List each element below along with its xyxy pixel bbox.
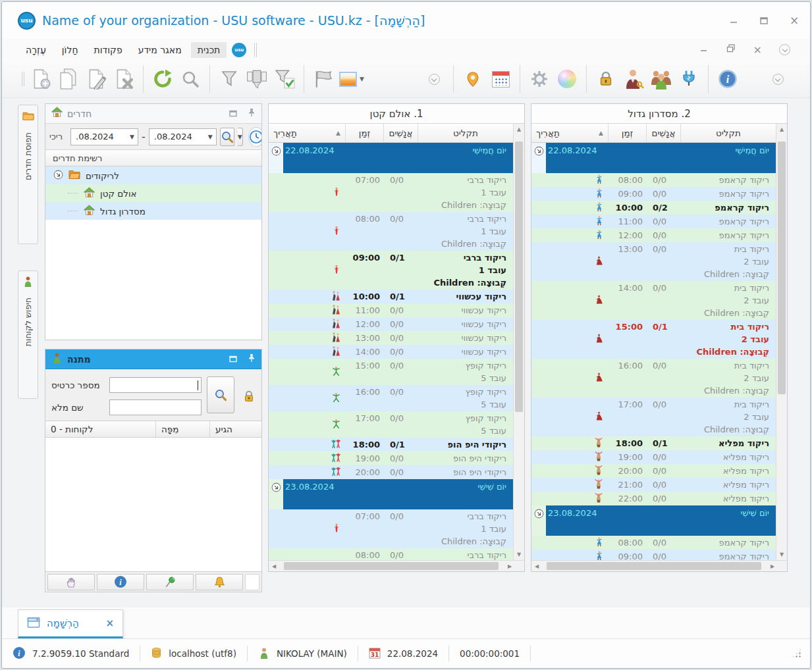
schedule-group-header[interactable]: 22.08.2024יוֹם חֲמִישִׁי: [531, 143, 776, 173]
new-document-icon[interactable]: [27, 64, 55, 94]
tree-item-0[interactable]: לריקודים: [45, 167, 261, 184]
chevron-circle-icon[interactable]: [420, 64, 448, 94]
schedule-row[interactable]: 22:000/0ריקוד מפליא: [531, 492, 776, 505]
column-header-time[interactable]: זְמַן: [609, 124, 647, 142]
schedule-row[interactable]: 07:000/0ריקוד ברביעובד 1קְבוּצָה: Childr…: [269, 173, 513, 212]
scrollbar-thumb[interactable]: [284, 562, 499, 570]
date-to-combo[interactable]: .08.2024▼: [149, 128, 217, 145]
clients-col-header-0[interactable]: לקוחות - 0: [45, 421, 156, 437]
lock-icon[interactable]: [592, 64, 620, 94]
scrollbar-thumb[interactable]: [778, 142, 786, 395]
menu-grip[interactable]: [254, 43, 257, 57]
schedule-row[interactable]: 08:000/0ריקוד קראמפ: [531, 536, 776, 550]
menu-item-2[interactable]: פקודות: [88, 42, 129, 58]
schedule-row[interactable]: 08:000/0ריקוד קראמפ: [531, 173, 776, 187]
tree-item-1[interactable]: אולם קטן: [45, 184, 261, 202]
rooms-pin-button[interactable]: [248, 107, 256, 120]
client-search-button[interactable]: [207, 376, 234, 413]
schedule-row[interactable]: 18:000/1ריקודי היפ הופ: [269, 438, 513, 451]
schedule-row[interactable]: 08:000/0ריקוד ברביעובד 1קְבוּצָה: Childr…: [269, 548, 513, 560]
column-header-people[interactable]: אֲנָשִׁים: [647, 124, 681, 142]
schedule-row[interactable]: 17:000/0ריקוד ביתעובד 2קְבוּצָה: Childre…: [531, 398, 776, 436]
filter-icon[interactable]: [215, 64, 243, 94]
clients-col-header-1[interactable]: מִפָּה: [156, 421, 210, 437]
map-pin-icon[interactable]: [459, 64, 487, 94]
schedule-row[interactable]: 12:000/0ריקוד קראמפ: [531, 228, 776, 242]
schedule-row[interactable]: 11:000/0ריקוד קראמפ: [531, 215, 776, 228]
horizontal-scrollbar[interactable]: ◀▶: [269, 560, 524, 571]
hand-button[interactable]: [47, 574, 95, 590]
chevron-circle-icon[interactable]: [764, 64, 792, 94]
resize-grip[interactable]: [792, 648, 802, 659]
vertical-scrollbar[interactable]: ▲▼: [513, 124, 524, 560]
close-button[interactable]: ×: [789, 15, 799, 26]
rooms-search-dropdown[interactable]: ▼: [238, 128, 243, 146]
maximize-button[interactable]: [759, 15, 769, 26]
tree-item-2[interactable]: מסדרון גדול: [45, 202, 261, 220]
menu-item-4[interactable]: עֶזְרָה: [19, 42, 53, 58]
schedule-row[interactable]: 10:000/1ריקוד עכשווי: [269, 290, 513, 303]
clients-col-header-2[interactable]: הגיע: [210, 421, 261, 437]
refresh-icon[interactable]: [149, 64, 176, 94]
rooms-list-header[interactable]: רשימת חדרים: [45, 150, 261, 167]
group-expand-icon[interactable]: [269, 479, 283, 509]
scrollbar-thumb[interactable]: [547, 562, 761, 570]
schedule-row[interactable]: 09:000/0ריקוד קראמפ: [531, 550, 776, 560]
schedule-row[interactable]: 09:000/0ריקוד קראמפ: [531, 187, 776, 201]
tab-registration[interactable]: הַרְשָׁמָה ×: [18, 609, 123, 638]
schedule-row[interactable]: 13:000/0ריקוד ביתעובד 2קְבוּצָה: Childre…: [531, 242, 776, 281]
schedule-row[interactable]: 14:000/0ריקוד ביתעובד 2קְבוּצָה: Childre…: [531, 281, 776, 320]
schedule-row[interactable]: 17:000/0ריקוד קופץעובד 5: [269, 411, 513, 438]
schedule-row[interactable]: 15:000/0ריקוד קופץעובד 5: [269, 359, 513, 385]
mdi-menu-chevron-icon[interactable]: [779, 44, 790, 55]
pushpin-button[interactable]: [146, 574, 194, 590]
schedule-row[interactable]: 19:000/0ריקודי היפ הופ: [269, 451, 513, 465]
card-number-input[interactable]: [109, 377, 202, 393]
schedule-row[interactable]: 16:000/0ריקוד ביתעובד 2קְבוּצָה: Childre…: [531, 359, 776, 398]
filter-check-icon[interactable]: [271, 64, 298, 94]
rooms-restore-button[interactable]: [229, 107, 237, 120]
client-pin-button[interactable]: [248, 353, 256, 365]
mdi-minimize-button[interactable]: [699, 43, 709, 56]
clients-table-body[interactable]: [45, 438, 261, 571]
expand-icon[interactable]: [53, 170, 63, 182]
column-header-date[interactable]: תַאֲרִיך▲: [531, 124, 609, 142]
schedule-row[interactable]: 20:000/0ריקוד מפליא: [531, 464, 776, 478]
edit-document-icon[interactable]: [82, 64, 110, 94]
schedule-group-header[interactable]: 23.08.2024יוֹם שִׁישִׁי: [269, 479, 513, 509]
column-header-time[interactable]: זְמַן: [346, 124, 384, 142]
user-key-icon[interactable]: [620, 64, 647, 94]
schedule-row[interactable]: 15:000/1ריקוד ביתעובד 2קְבוּצָה: Childre…: [531, 320, 776, 359]
schedule-row[interactable]: 21:000/0ריקוד מפליא: [531, 478, 776, 492]
info-icon[interactable]: i: [714, 64, 742, 94]
users-icon[interactable]: [647, 64, 675, 94]
menu-item-3[interactable]: חַלוֹן: [55, 42, 85, 58]
minimize-button[interactable]: [728, 15, 739, 26]
tab-close-icon[interactable]: ×: [105, 617, 114, 629]
date-from-combo[interactable]: .08.2024▼: [70, 128, 138, 145]
menu-item-0[interactable]: תכנית: [191, 42, 227, 58]
delete-document-icon[interactable]: [110, 64, 138, 94]
image-icon[interactable]: ▼: [337, 64, 366, 94]
full-name-input[interactable]: [109, 399, 202, 415]
group-expand-icon[interactable]: [531, 143, 546, 173]
search-icon[interactable]: [176, 64, 204, 94]
copy-document-icon[interactable]: [55, 64, 82, 94]
schedule-row[interactable]: 08:000/0ריקוד ברביעובד 1קְבוּצָה: Childr…: [269, 212, 513, 251]
scrollbar-thumb[interactable]: [515, 142, 523, 412]
toolbar-grip[interactable]: [22, 72, 24, 86]
schedule-row[interactable]: 18:000/1ריקוד מפליא: [531, 436, 776, 450]
bell-button[interactable]: [196, 574, 243, 590]
column-header-disc[interactable]: תקליט: [418, 124, 513, 142]
schedule-group-header[interactable]: 23.08.2024יוֹם שִׁישִׁי: [531, 505, 776, 536]
column-header-people[interactable]: אֲנָשִׁים: [384, 124, 418, 142]
colors-icon[interactable]: [553, 64, 581, 94]
group-expand-icon[interactable]: [269, 143, 283, 173]
column-header-date[interactable]: תַאֲרִיך▲: [269, 124, 346, 142]
vertical-scrollbar[interactable]: ▲▼: [776, 124, 787, 560]
client-restore-button[interactable]: [229, 353, 237, 365]
calendar-icon[interactable]: [487, 64, 514, 94]
schedule-group-header[interactable]: 22.08.2024יוֹם חֲמִישִׁי: [269, 143, 513, 173]
schedule-row[interactable]: 13:000/0ריקוד עכשווי: [269, 331, 513, 345]
schedule-row[interactable]: 16:000/0ריקוד קופץעובד 5: [269, 385, 513, 411]
